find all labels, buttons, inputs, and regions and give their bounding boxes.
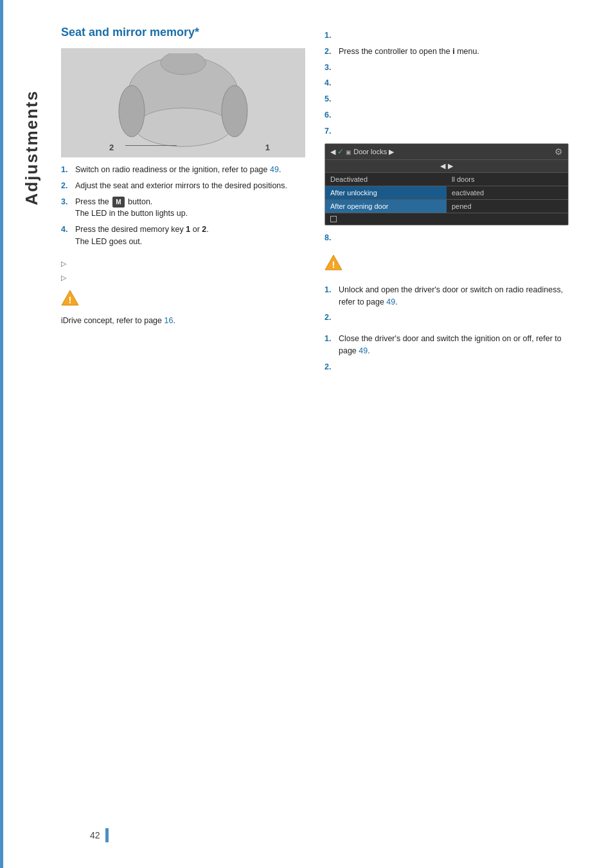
- convenience-step-2: 2.: [324, 312, 569, 324]
- screen-header: ◀ ✓ ▣ Door locks ▶ ⚙: [325, 144, 568, 159]
- warning-icon-1: !: [61, 290, 79, 310]
- right-column: 1. 2. Press the controller to open the i…: [324, 26, 569, 842]
- right-step-1: 1.: [324, 30, 569, 42]
- memory-image: 1 2: [61, 48, 305, 157]
- right-step-3: 3.: [324, 62, 569, 74]
- safety-step-1: 1. Close the driver's door and switch th…: [324, 333, 569, 357]
- safety-step-2: 2.: [324, 361, 569, 373]
- seat-number-2: 2: [109, 143, 114, 152]
- right-step-4: 4.: [324, 77, 569, 89]
- bullet-1: [61, 257, 305, 269]
- footer-bar: [105, 828, 109, 842]
- step-8-list: 8.: [324, 232, 569, 244]
- warning-icon-2: !: [324, 254, 342, 275]
- screen-cell-after-unlocking: After unlocking: [325, 186, 447, 199]
- svg-text:!: !: [332, 259, 335, 270]
- main-content: Seat and mirror memory*: [42, 0, 613, 868]
- checkbox-icon: [330, 216, 337, 222]
- storing-step-3: 3. Press the M button.The LED in the but…: [61, 196, 305, 220]
- warning-box-2: !: [324, 253, 569, 275]
- screen-lock-row: [325, 213, 568, 225]
- page-footer: 42: [90, 828, 109, 842]
- screen-cell-after-opening: After opening door: [325, 200, 447, 213]
- screen-row-3: After opening door pened: [325, 199, 568, 213]
- right-step-6: 6.: [324, 109, 569, 121]
- svg-text:!: !: [69, 294, 72, 305]
- storing-step-4: 4. Press the desired memory key 1 or 2.T…: [61, 224, 305, 248]
- svg-point-4: [222, 85, 247, 137]
- sidebar: Adjustments: [3, 0, 42, 868]
- screen-sub-header: ◀ ▶: [325, 159, 568, 172]
- screen-header-left: ◀ ✓ ▣ Door locks ▶: [330, 147, 394, 156]
- section-title: Seat and mirror memory*: [61, 26, 305, 39]
- sidebar-label: Adjustments: [22, 90, 42, 205]
- screen-row-2: After unlocking eactivated: [325, 186, 568, 199]
- screen-widget: ◀ ✓ ▣ Door locks ▶ ⚙ ◀ ▶ Deactivated ll …: [324, 143, 569, 226]
- svg-point-2: [161, 53, 206, 75]
- m-button: M: [112, 197, 124, 208]
- idrive-link: iDrive concept, refer to page 16.: [61, 315, 305, 327]
- svg-point-1: [135, 108, 231, 146]
- seat-line: [125, 145, 177, 146]
- storing-steps: 1. Switch on radio readiness or the igni…: [61, 164, 305, 248]
- svg-point-3: [119, 85, 145, 137]
- warning-box-1: !: [61, 288, 305, 310]
- convenience-step-1: 1. Unlock and open the driver's door or …: [324, 284, 569, 308]
- gear-icon: ⚙: [555, 146, 563, 157]
- right-steps: 1. 2. Press the controller to open the i…: [324, 30, 569, 137]
- screen-cell-ll-doors: ll doors: [447, 173, 568, 186]
- bullet-2: [61, 271, 305, 283]
- convenience-steps: 1. Unlock and open the driver's door or …: [324, 284, 569, 324]
- screen-cell-pened: pened: [447, 200, 568, 213]
- screen-row-1: Deactivated ll doors: [325, 172, 568, 186]
- screen-cell-deactivated: Deactivated: [325, 173, 447, 186]
- bullet-list: [61, 257, 305, 283]
- safety-steps: 1. Close the driver's door and switch th…: [324, 333, 569, 373]
- left-column: Seat and mirror memory*: [61, 26, 305, 842]
- page-number: 42: [90, 830, 100, 840]
- seat-number-1: 1: [265, 143, 270, 152]
- screen-cell-eactivated: eactivated: [447, 186, 568, 199]
- right-step-7: 7.: [324, 125, 569, 137]
- right-step-2: 2. Press the controller to open the i me…: [324, 46, 569, 58]
- storing-step-1: 1. Switch on radio readiness or the igni…: [61, 164, 305, 176]
- right-step-8: 8.: [324, 232, 569, 244]
- storing-step-2: 2. Adjust the seat and exterior mirrors …: [61, 180, 305, 192]
- seat-svg: [100, 53, 267, 153]
- right-step-5: 5.: [324, 93, 569, 105]
